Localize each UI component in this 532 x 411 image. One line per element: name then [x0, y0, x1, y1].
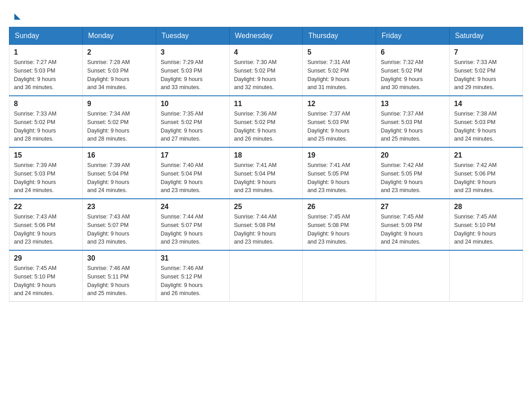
day-info: Sunrise: 7:37 AMSunset: 5:03 PMDaylight:… [381, 110, 445, 143]
calendar-cell [303, 250, 376, 302]
calendar-week-1: 1Sunrise: 7:27 AMSunset: 5:03 PMDaylight… [9, 45, 523, 96]
calendar-cell: 18Sunrise: 7:41 AMSunset: 5:04 PMDayligh… [229, 147, 303, 199]
day-number: 12 [307, 100, 371, 108]
day-number: 10 [161, 100, 225, 108]
day-number: 9 [87, 100, 151, 108]
logo-text [13, 13, 21, 20]
calendar-cell: 12Sunrise: 7:37 AMSunset: 5:03 PMDayligh… [303, 96, 376, 147]
day-number: 17 [161, 151, 225, 159]
calendar-cell: 30Sunrise: 7:46 AMSunset: 5:11 PMDayligh… [82, 250, 156, 302]
day-info: Sunrise: 7:40 AMSunset: 5:04 PMDaylight:… [161, 161, 225, 195]
day-number: 1 [14, 48, 78, 56]
day-header-thursday: Thursday [303, 27, 376, 45]
day-header-friday: Friday [376, 27, 450, 45]
calendar-cell: 5Sunrise: 7:31 AMSunset: 5:02 PMDaylight… [303, 45, 376, 96]
day-number: 26 [307, 203, 371, 211]
day-header-monday: Monday [82, 27, 156, 45]
day-number: 30 [87, 254, 151, 262]
day-number: 2 [87, 48, 151, 56]
day-info: Sunrise: 7:29 AMSunset: 5:03 PMDaylight:… [161, 58, 225, 92]
day-number: 23 [87, 203, 151, 211]
calendar-cell: 24Sunrise: 7:44 AMSunset: 5:07 PMDayligh… [156, 199, 229, 250]
calendar-cell: 25Sunrise: 7:44 AMSunset: 5:08 PMDayligh… [229, 199, 303, 250]
day-number: 8 [14, 100, 78, 108]
calendar-cell [229, 250, 303, 302]
page-header [9, 9, 523, 18]
day-info: Sunrise: 7:39 AMSunset: 5:03 PMDaylight:… [14, 161, 78, 195]
day-header-tuesday: Tuesday [156, 27, 229, 45]
day-info: Sunrise: 7:32 AMSunset: 5:02 PMDaylight:… [381, 58, 445, 92]
day-info: Sunrise: 7:39 AMSunset: 5:04 PMDaylight:… [87, 161, 151, 195]
day-info: Sunrise: 7:30 AMSunset: 5:02 PMDaylight:… [234, 58, 298, 92]
day-info: Sunrise: 7:45 AMSunset: 5:08 PMDaylight:… [307, 213, 371, 246]
day-number: 22 [14, 203, 78, 211]
day-info: Sunrise: 7:44 AMSunset: 5:07 PMDaylight:… [161, 213, 225, 246]
day-number: 5 [307, 48, 371, 56]
calendar-cell: 10Sunrise: 7:35 AMSunset: 5:02 PMDayligh… [156, 96, 229, 147]
day-info: Sunrise: 7:42 AMSunset: 5:05 PMDaylight:… [381, 161, 445, 195]
day-info: Sunrise: 7:37 AMSunset: 5:03 PMDaylight:… [307, 110, 371, 143]
calendar-cell: 9Sunrise: 7:34 AMSunset: 5:02 PMDaylight… [82, 96, 156, 147]
day-number: 21 [454, 151, 518, 159]
calendar-cell: 8Sunrise: 7:33 AMSunset: 5:02 PMDaylight… [9, 96, 83, 147]
day-number: 16 [87, 151, 151, 159]
day-info: Sunrise: 7:33 AMSunset: 5:02 PMDaylight:… [14, 110, 78, 143]
day-info: Sunrise: 7:27 AMSunset: 5:03 PMDaylight:… [14, 58, 78, 92]
calendar-table: SundayMondayTuesdayWednesdayThursdayFrid… [9, 27, 523, 302]
calendar-cell: 20Sunrise: 7:42 AMSunset: 5:05 PMDayligh… [376, 147, 450, 199]
calendar-cell: 28Sunrise: 7:45 AMSunset: 5:10 PMDayligh… [450, 199, 523, 250]
calendar-week-4: 22Sunrise: 7:43 AMSunset: 5:06 PMDayligh… [9, 199, 523, 250]
calendar-cell: 3Sunrise: 7:29 AMSunset: 5:03 PMDaylight… [156, 45, 229, 96]
calendar-week-3: 15Sunrise: 7:39 AMSunset: 5:03 PMDayligh… [9, 147, 523, 199]
day-info: Sunrise: 7:28 AMSunset: 5:03 PMDaylight:… [87, 58, 151, 92]
calendar-cell: 31Sunrise: 7:46 AMSunset: 5:12 PMDayligh… [156, 250, 229, 302]
day-number: 3 [161, 48, 225, 56]
day-info: Sunrise: 7:45 AMSunset: 5:10 PMDaylight:… [454, 213, 518, 246]
day-number: 20 [381, 151, 445, 159]
day-info: Sunrise: 7:38 AMSunset: 5:03 PMDaylight:… [454, 110, 518, 143]
day-header-sunday: Sunday [9, 27, 83, 45]
calendar-cell: 4Sunrise: 7:30 AMSunset: 5:02 PMDaylight… [229, 45, 303, 96]
calendar-cell: 15Sunrise: 7:39 AMSunset: 5:03 PMDayligh… [9, 147, 83, 199]
day-info: Sunrise: 7:33 AMSunset: 5:02 PMDaylight:… [454, 58, 518, 92]
day-info: Sunrise: 7:43 AMSunset: 5:07 PMDaylight:… [87, 213, 151, 246]
day-header-wednesday: Wednesday [229, 27, 303, 45]
logo-arrow-icon [14, 13, 21, 20]
day-number: 7 [454, 48, 518, 56]
day-number: 18 [234, 151, 298, 159]
day-number: 28 [454, 203, 518, 211]
day-info: Sunrise: 7:42 AMSunset: 5:06 PMDaylight:… [454, 161, 518, 195]
day-number: 27 [381, 203, 445, 211]
days-header-row: SundayMondayTuesdayWednesdayThursdayFrid… [9, 27, 523, 45]
day-number: 4 [234, 48, 298, 56]
calendar-cell: 22Sunrise: 7:43 AMSunset: 5:06 PMDayligh… [9, 199, 83, 250]
day-number: 6 [381, 48, 445, 56]
day-info: Sunrise: 7:44 AMSunset: 5:08 PMDaylight:… [234, 213, 298, 246]
calendar-cell: 14Sunrise: 7:38 AMSunset: 5:03 PMDayligh… [450, 96, 523, 147]
day-number: 15 [14, 151, 78, 159]
calendar-cell: 16Sunrise: 7:39 AMSunset: 5:04 PMDayligh… [82, 147, 156, 199]
calendar-cell: 17Sunrise: 7:40 AMSunset: 5:04 PMDayligh… [156, 147, 229, 199]
day-info: Sunrise: 7:46 AMSunset: 5:12 PMDaylight:… [161, 264, 225, 298]
day-number: 24 [161, 203, 225, 211]
day-info: Sunrise: 7:36 AMSunset: 5:02 PMDaylight:… [234, 110, 298, 143]
calendar-cell: 7Sunrise: 7:33 AMSunset: 5:02 PMDaylight… [450, 45, 523, 96]
day-info: Sunrise: 7:45 AMSunset: 5:10 PMDaylight:… [14, 264, 78, 298]
day-info: Sunrise: 7:46 AMSunset: 5:11 PMDaylight:… [87, 264, 151, 298]
calendar-cell: 2Sunrise: 7:28 AMSunset: 5:03 PMDaylight… [82, 45, 156, 96]
day-info: Sunrise: 7:34 AMSunset: 5:02 PMDaylight:… [87, 110, 151, 143]
calendar-cell: 19Sunrise: 7:41 AMSunset: 5:05 PMDayligh… [303, 147, 376, 199]
day-info: Sunrise: 7:35 AMSunset: 5:02 PMDaylight:… [161, 110, 225, 143]
day-info: Sunrise: 7:45 AMSunset: 5:09 PMDaylight:… [381, 213, 445, 246]
calendar-cell: 23Sunrise: 7:43 AMSunset: 5:07 PMDayligh… [82, 199, 156, 250]
day-number: 29 [14, 254, 78, 262]
calendar-cell: 21Sunrise: 7:42 AMSunset: 5:06 PMDayligh… [450, 147, 523, 199]
calendar-week-2: 8Sunrise: 7:33 AMSunset: 5:02 PMDaylight… [9, 96, 523, 147]
day-number: 31 [161, 254, 225, 262]
calendar-cell: 1Sunrise: 7:27 AMSunset: 5:03 PMDaylight… [9, 45, 83, 96]
day-number: 13 [381, 100, 445, 108]
day-info: Sunrise: 7:31 AMSunset: 5:02 PMDaylight:… [307, 58, 371, 92]
day-number: 14 [454, 100, 518, 108]
calendar-cell: 29Sunrise: 7:45 AMSunset: 5:10 PMDayligh… [9, 250, 83, 302]
day-info: Sunrise: 7:41 AMSunset: 5:04 PMDaylight:… [234, 161, 298, 195]
